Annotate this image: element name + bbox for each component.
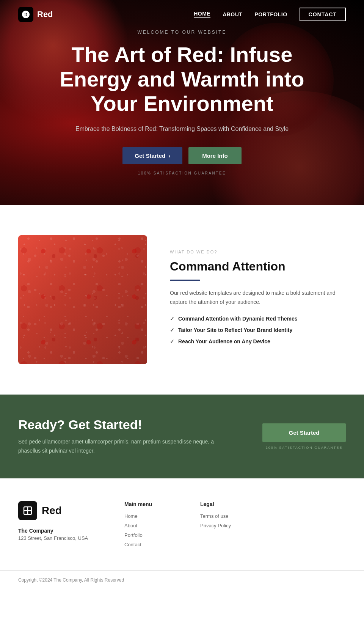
content-text: WHAT DO WE DO? Command Attention Our red…	[170, 250, 346, 350]
hero-guarantee: 100% SATISFACTION GUARANTEE	[51, 171, 313, 175]
get-started-button[interactable]: Get Started ›	[122, 147, 182, 164]
hero-content: WELCOME TO OUR WEBSITE The Art of Red: I…	[42, 30, 322, 175]
hero-title: The Art of Red: Infuse Energy and Warmth…	[51, 42, 313, 116]
footer-address: 123 Street, San Francisco, USA	[18, 535, 94, 541]
arrow-icon: ›	[168, 153, 170, 159]
footer-main: Red The Company 123 Street, San Francisc…	[18, 501, 346, 570]
footer-main-menu: Main menu Home About Portfolio Contact	[124, 501, 170, 551]
check-icon-1: ✓	[170, 316, 174, 322]
navbar: Red HOME ABOUT PORTFOLIO CONTACT	[0, 0, 364, 29]
more-info-button[interactable]: More Info	[188, 147, 242, 164]
cta-right: Get Started 100% SATISFACTION GUARANTEE	[262, 423, 346, 450]
content-divider	[170, 280, 200, 281]
cta-left: Ready? Get Started! Sed pede ullamcorper…	[18, 417, 231, 456]
footer-logo-icon	[18, 501, 37, 520]
nav-link-about[interactable]: ABOUT	[223, 11, 242, 17]
list-item: ✓ Tailor Your Site to Reflect Your Brand…	[170, 327, 346, 333]
nav-link-home[interactable]: HOME	[194, 11, 210, 18]
footer-link-home[interactable]: Home	[124, 513, 170, 519]
footer-logo-text: Red	[42, 505, 62, 517]
footer-brand: Red The Company 123 Street, San Francisc…	[18, 501, 94, 551]
list-item: ✓ Reach Your Audience on Any Device	[170, 338, 346, 344]
content-inner: WHAT DO WE DO? Command Attention Our red…	[0, 205, 364, 395]
content-pretitle: WHAT DO WE DO?	[170, 250, 346, 254]
logo-icon	[18, 7, 33, 22]
cta-guarantee: 100% SATISFACTION GUARANTEE	[266, 446, 342, 450]
content-description: Our red website templates are designed t…	[170, 289, 346, 307]
hero-buttons: Get Started › More Info	[51, 147, 313, 164]
hero-section: WELCOME TO OUR WEBSITE The Art of Red: I…	[0, 0, 364, 205]
footer-link-contact[interactable]: Contact	[124, 542, 170, 547]
footer-link-terms[interactable]: Terms of use	[200, 513, 246, 519]
footer-main-menu-title: Main menu	[124, 501, 170, 507]
list-item: ✓ Command Attention with Dynamic Red The…	[170, 316, 346, 322]
content-image	[18, 235, 147, 364]
content-title: Command Attention	[170, 259, 346, 274]
footer-link-privacy[interactable]: Privacy Policy	[200, 523, 246, 528]
footer-link-about[interactable]: About	[124, 523, 170, 528]
nav-logo[interactable]: Red	[18, 7, 53, 22]
check-icon-3: ✓	[170, 338, 174, 344]
nav-links: HOME ABOUT PORTFOLIO CONTACT	[194, 8, 346, 21]
check-icon-2: ✓	[170, 327, 174, 333]
nav-link-portfolio[interactable]: PORTFOLIO	[254, 11, 287, 17]
cta-description: Sed pede ullamcorper amet ullamcorper pr…	[18, 437, 231, 456]
footer-legal-title: Legal	[200, 501, 246, 507]
red-texture	[18, 235, 147, 364]
footer: Red The Company 123 Street, San Francisc…	[0, 478, 364, 590]
footer-link-portfolio[interactable]: Portfolio	[124, 532, 170, 538]
hero-pretitle: WELCOME TO OUR WEBSITE	[51, 30, 313, 35]
footer-logo: Red	[18, 501, 94, 520]
logo-svg	[21, 10, 30, 19]
footer-company-name: The Company	[18, 528, 94, 534]
nav-logo-text: Red	[37, 9, 53, 19]
nav-contact-button[interactable]: CONTACT	[300, 8, 346, 21]
hero-subtitle: Embrace the Boldness of Red: Transformin…	[51, 124, 313, 134]
footer-logo-svg	[22, 505, 33, 516]
cta-get-started-button[interactable]: Get Started	[262, 423, 346, 442]
footer-legal-menu: Legal Terms of use Privacy Policy	[200, 501, 246, 551]
footer-copyright: Copyright ©2024 The Company, All Rights …	[18, 571, 346, 590]
cta-section: Ready? Get Started! Sed pede ullamcorper…	[0, 395, 364, 478]
content-list: ✓ Command Attention with Dynamic Red The…	[170, 316, 346, 344]
svg-point-0	[25, 13, 27, 16]
cta-title: Ready? Get Started!	[18, 417, 231, 432]
content-section: WHAT DO WE DO? Command Attention Our red…	[0, 205, 364, 395]
